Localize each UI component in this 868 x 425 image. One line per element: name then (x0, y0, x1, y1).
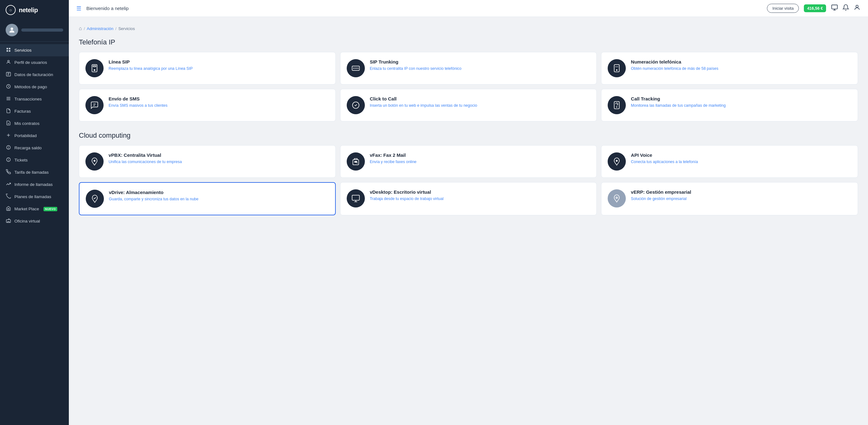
cards-grid-cloud: vPBX: Centralita VirtualUnifica las comu… (79, 145, 858, 215)
card-text-vdrive: vDrive: AlmacenamientoGuarda, comparte y… (109, 190, 198, 202)
card-text-linea-sip: Línea SIPReemplaza tu línea analógica po… (108, 59, 193, 72)
nav-label-contratos: Mis contratos (14, 121, 39, 126)
sidebar-item-planes[interactable]: Planes de llamadas (0, 191, 69, 203)
breadcrumb-admin-link[interactable]: Administración (87, 26, 113, 31)
svg-point-34 (616, 107, 617, 107)
svg-rect-2 (9, 48, 10, 50)
logo-text: netelip (19, 7, 38, 14)
sidebar-item-tarifa[interactable]: Tarifa de llamadas (0, 166, 69, 178)
card-title-sms: Envío de SMS (108, 96, 167, 101)
breadcrumb-current: Servicios (118, 26, 135, 31)
sidebar-item-transacciones[interactable]: Transacciones (0, 93, 69, 105)
sidebar-item-recarga[interactable]: Recarga saldo (0, 142, 69, 154)
card-desc-click-to-call: Inserta un botón en tu web e impulsa las… (370, 103, 477, 109)
card-desc-vfax: Envía y recibe faxes online (370, 159, 416, 165)
card-icon-vdrive (86, 190, 104, 208)
service-card-sip-trunking[interactable]: SIP TrunkingEnlaza tu centralita IP con … (340, 52, 597, 85)
service-card-vdrive[interactable]: vDrive: AlmacenamientoGuarda, comparte y… (79, 182, 336, 215)
nav-icon-metodos (6, 84, 11, 90)
service-card-linea-sip[interactable]: Línea SIPReemplaza tu línea analógica po… (79, 52, 336, 85)
sidebar-item-contratos[interactable]: Mis contratos (0, 117, 69, 129)
card-desc-call-tracking: Monitorea las llamadas de tus campañas d… (631, 103, 725, 109)
sidebar-item-servicios[interactable]: Servicios (0, 44, 69, 56)
nav-icon-servicios (6, 47, 11, 53)
service-card-call-tracking[interactable]: Call TrackingMonitorea las llamadas de t… (601, 89, 858, 121)
card-text-vdesktop: vDesktop: Escritorio virtualTrabaja desd… (370, 189, 444, 202)
card-icon-verp (608, 189, 626, 208)
card-text-call-tracking: Call TrackingMonitorea las llamadas de t… (631, 96, 725, 109)
card-title-call-tracking: Call Tracking (631, 96, 725, 101)
sidebar-logo: ○ netelip (0, 0, 69, 20)
svg-rect-25 (614, 64, 619, 72)
card-text-sip-trunking: SIP TrunkingEnlaza tu centralita IP con … (370, 59, 462, 72)
nav-label-oficina: Oficina virtual (14, 219, 40, 223)
sidebar-item-perfil[interactable]: Perfil de usuarios (0, 56, 69, 68)
sidebar-item-tickets[interactable]: Tickets (0, 154, 69, 166)
sidebar: ○ netelip Servicios Perfil de usuarios D… (0, 0, 69, 425)
svg-rect-37 (354, 161, 357, 163)
svg-point-41 (616, 197, 618, 199)
sidebar-item-marketplace[interactable]: Market Place NUEVO (0, 203, 69, 215)
service-card-click-to-call[interactable]: Click to CallInserta un botón en tu web … (340, 89, 597, 121)
hamburger-icon[interactable]: ☰ (76, 5, 81, 12)
nav-label-tickets: Tickets (14, 158, 28, 162)
card-text-sms: Envío de SMSEnvía SMS masivos a tus clie… (108, 96, 167, 109)
service-card-sms[interactable]: Envío de SMSEnvía SMS masivos a tus clie… (79, 89, 336, 121)
nav-icon-transacciones (6, 96, 11, 102)
sidebar-item-portabilidad[interactable]: Portabilidad (0, 129, 69, 142)
nav-icon-oficina (6, 218, 11, 224)
balance-badge[interactable]: 416,56 € (804, 4, 826, 12)
bell-icon[interactable] (842, 4, 849, 12)
monitor-icon[interactable] (831, 4, 838, 12)
card-title-verp: vERP: Gestión empresarial (631, 189, 691, 195)
nav-icon-facturas (6, 108, 11, 114)
nav-label-marketplace: Market Place (14, 207, 39, 211)
sidebar-item-metodos[interactable]: Métodos de pago (0, 81, 69, 93)
section-title-telefonia: Telefonía IP (79, 38, 858, 46)
nav-icon-informe (6, 182, 11, 187)
card-desc-verp: Solución de gestión empresarial (631, 196, 691, 202)
card-title-vdrive: vDrive: Almacenamiento (109, 190, 198, 195)
service-card-verp[interactable]: vERP: Gestión empresarialSolución de ges… (601, 182, 858, 215)
svg-point-38 (357, 163, 357, 163)
avatar (6, 24, 18, 36)
svg-point-13 (8, 160, 9, 160)
nav-label-tarifa: Tarifa de llamadas (14, 170, 49, 175)
nav-icon-marketplace (6, 206, 11, 212)
sidebar-item-facturas[interactable]: Facturas (0, 105, 69, 117)
service-card-numeracion[interactable]: Numeración telefónicaObtén numeración te… (601, 52, 858, 85)
card-desc-numeracion: Obtén numeración telefónica de más de 58… (631, 66, 718, 72)
card-text-api-voice: API VoiceConecta tus aplicaciones a la t… (631, 152, 698, 165)
card-title-numeracion: Numeración telefónica (631, 59, 718, 64)
header: ☰ Bienvenido a netelip Iniciar visita 41… (69, 0, 868, 17)
user-icon[interactable] (854, 4, 861, 12)
sidebar-item-facturacion[interactable]: Datos de facturación (0, 68, 69, 81)
iniciar-visita-button[interactable]: Iniciar visita (767, 4, 799, 13)
sidebar-item-informe[interactable]: Informe de llamadas (0, 178, 69, 191)
svg-point-35 (94, 160, 95, 162)
breadcrumb-sep2: / (116, 26, 117, 31)
badge-nuevo: NUEVO (43, 207, 58, 211)
section-telefonia: Telefonía IPLínea SIPReemplaza tu línea … (79, 38, 858, 121)
nav-icon-recarga (6, 145, 11, 151)
cards-grid-telefonia: Línea SIPReemplaza tu línea analógica po… (79, 52, 858, 121)
card-title-click-to-call: Click to Call (370, 96, 477, 101)
card-icon-vdesktop (347, 189, 365, 208)
svg-rect-20 (352, 66, 359, 70)
service-card-vfax[interactable]: vFax: Fax 2 MailEnvía y recibe faxes onl… (340, 145, 597, 178)
service-card-vdesktop[interactable]: vDesktop: Escritorio virtualTrabaja desd… (340, 182, 597, 215)
svg-point-16 (856, 5, 858, 7)
header-title: Bienvenido a netelip (86, 6, 762, 11)
service-card-api-voice[interactable]: API VoiceConecta tus aplicaciones a la t… (601, 145, 858, 178)
service-card-vpbx[interactable]: vPBX: Centralita VirtualUnifica las comu… (79, 145, 336, 178)
card-title-sip-trunking: SIP Trunking (370, 59, 462, 64)
sidebar-item-oficina[interactable]: Oficina virtual (0, 215, 69, 227)
nav-label-metodos: Métodos de pago (14, 85, 47, 89)
card-desc-sip-trunking: Enlaza tu centralita IP con nuestro serv… (370, 66, 462, 72)
breadcrumb-home-icon[interactable]: ⌂ (79, 26, 82, 31)
section-title-cloud: Cloud computing (79, 131, 858, 140)
nav-icon-tickets (6, 157, 11, 163)
nav-icon-tarifa (6, 169, 11, 175)
card-icon-vfax (347, 152, 365, 171)
card-icon-linea-sip (86, 59, 103, 77)
